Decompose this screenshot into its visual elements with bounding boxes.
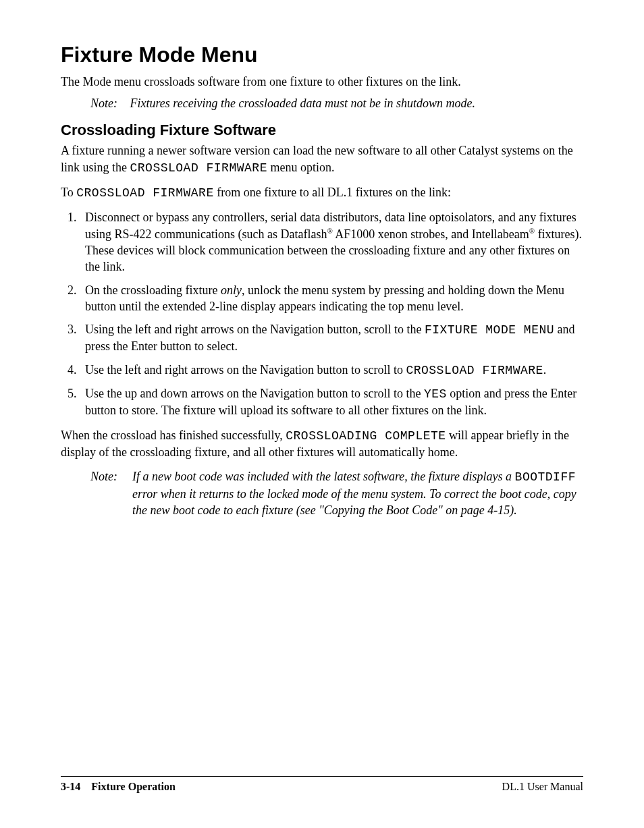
note-body: If a new boot code was included with the…	[132, 468, 583, 518]
note-shutdown: Note: Fixtures receiving the crossloaded…	[90, 95, 583, 111]
page-number: 3-14	[61, 781, 80, 792]
footer-left: 3-14 Fixture Operation	[61, 779, 176, 794]
registered-mark: ®	[529, 227, 535, 235]
heading-crossloading: Crossloading Fixture Software	[61, 120, 583, 140]
code-crossload-firmware: CROSSLOAD FIRMWARE	[76, 186, 213, 200]
heading-fixture-mode-menu: Fixture Mode Menu	[61, 40, 583, 70]
paragraph-intro: A fixture running a newer software versi…	[61, 142, 583, 176]
footer-section-title: Fixture Operation	[91, 781, 176, 792]
step-4: Use the left and right arrows on the Nav…	[80, 362, 583, 379]
code-yes: YES	[424, 387, 447, 401]
note-bootdiff: Note: If a new boot code was included wi…	[90, 468, 583, 518]
steps-list: Disconnect or bypass any controllers, se…	[61, 209, 583, 418]
text: error when it returns to the locked mode…	[132, 487, 576, 517]
text: Use the up and down arrows on the Naviga…	[85, 387, 424, 400]
text: To	[61, 186, 76, 199]
emphasis-only: only	[221, 283, 242, 297]
page-footer: 3-14 Fixture Operation DL.1 User Manual	[61, 776, 583, 794]
lead-paragraph: The Mode menu crossloads software from o…	[61, 74, 583, 90]
registered-mark: ®	[327, 227, 332, 235]
code-crossload-firmware: CROSSLOAD FIRMWARE	[406, 364, 543, 377]
code-crossloading-complete: CROSSLOADING COMPLETE	[286, 429, 446, 443]
code-bootdiff: BOOTDIFF	[515, 470, 576, 484]
paragraph-to-crossload: To CROSSLOAD FIRMWARE from one fixture t…	[61, 184, 583, 201]
step-3: Using the left and right arrows on the N…	[80, 321, 583, 355]
text: When the crossload has finished successf…	[61, 429, 286, 442]
text: .	[543, 363, 547, 377]
text: Using the left and right arrows on the N…	[85, 323, 425, 336]
text: On the crossloading fixture	[85, 283, 221, 297]
note-text: Fixtures receiving the crossloaded data …	[130, 96, 475, 110]
code-fixture-mode-menu: FIXTURE MODE MENU	[425, 323, 554, 337]
paragraph-complete: When the crossload has finished successf…	[61, 427, 583, 461]
text: AF1000 xenon strobes, and Intellabeam	[333, 227, 529, 241]
footer-right: DL.1 User Manual	[502, 779, 583, 794]
note-label: Note:	[90, 95, 127, 111]
step-1: Disconnect or bypass any controllers, se…	[80, 209, 583, 275]
text: Use the left and right arrows on the Nav…	[85, 363, 406, 377]
step-2: On the crossloading fixture only, unlock…	[80, 282, 583, 315]
text: menu option.	[267, 161, 335, 174]
note-label: Note:	[90, 468, 127, 485]
page: Fixture Mode Menu The Mode menu crossloa…	[0, 0, 644, 828]
text: If a new boot code was included with the…	[132, 470, 515, 483]
code-crossload-firmware: CROSSLOAD FIRMWARE	[130, 161, 267, 175]
step-5: Use the up and down arrows on the Naviga…	[80, 385, 583, 419]
text: from one fixture to all DL.1 fixtures on…	[214, 186, 451, 199]
